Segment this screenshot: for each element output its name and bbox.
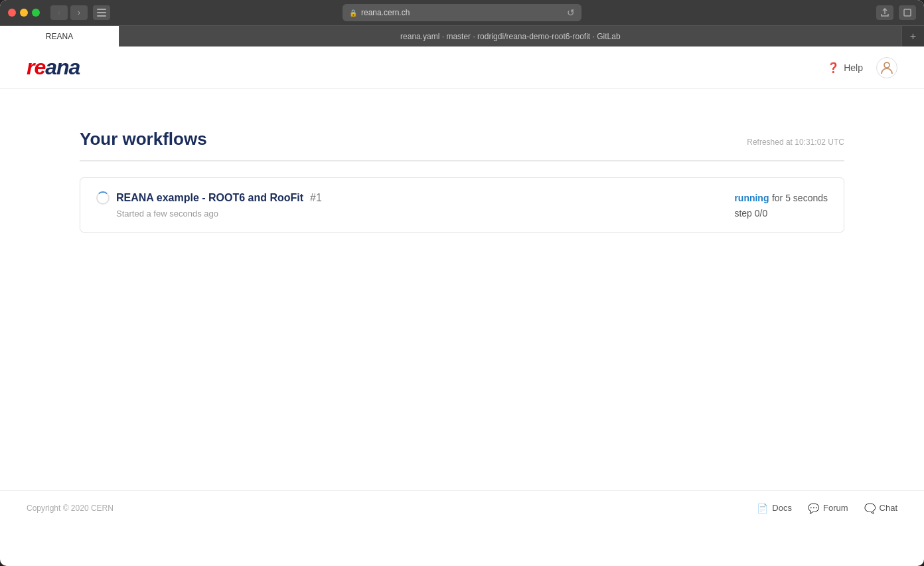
logo[interactable]: reana xyxy=(27,55,80,80)
address-bar-container: 🔒 reana.cern.ch ↺ xyxy=(343,4,581,21)
workflow-title-row: REANA example - ROOT6 and RooFit #1 xyxy=(96,191,322,205)
workflow-card[interactable]: REANA example - ROOT6 and RooFit #1 Star… xyxy=(80,177,844,233)
docs-icon: 📄 xyxy=(757,503,768,514)
footer-copyright: Copyright © 2020 CERN xyxy=(27,504,114,513)
help-link[interactable]: ❓ Help xyxy=(827,62,863,74)
new-tab-button[interactable]: + xyxy=(902,26,924,47)
workflow-right: running for 5 seconds step 0/0 xyxy=(734,192,828,219)
share-button[interactable] xyxy=(876,5,893,20)
status-running-label: running xyxy=(734,193,769,203)
svg-rect-0 xyxy=(97,9,106,10)
sidebar-toggle-button[interactable] xyxy=(93,5,110,20)
refresh-icon[interactable]: ↺ xyxy=(567,7,575,18)
header-actions: ❓ Help xyxy=(827,57,897,78)
workflow-status-row: running for 5 seconds xyxy=(734,192,828,204)
help-icon: ❓ xyxy=(827,62,840,74)
workflow-started: Started a few seconds ago xyxy=(116,209,322,219)
workflow-step: step 0/0 xyxy=(734,208,767,219)
running-spinner-icon xyxy=(96,191,110,205)
svg-rect-2 xyxy=(97,15,106,17)
browser-actions xyxy=(876,5,916,20)
logo-re: re xyxy=(27,55,45,80)
page-title: Your workflows xyxy=(80,129,207,149)
page-header: Your workflows Refreshed at 10:31:02 UTC xyxy=(80,129,844,161)
docs-link[interactable]: 📄 Docs xyxy=(757,503,792,514)
forward-button[interactable]: › xyxy=(70,5,88,20)
app-container: reana ❓ Help Your workflows Refreshe xyxy=(0,47,924,525)
forum-link[interactable]: 💬 Forum xyxy=(808,503,848,514)
workflow-number: #1 xyxy=(310,192,322,204)
minimize-button[interactable] xyxy=(20,9,28,17)
traffic-lights xyxy=(8,9,40,17)
refresh-timestamp: Refreshed at 10:31:02 UTC xyxy=(747,138,844,147)
close-button[interactable] xyxy=(8,9,16,17)
workflow-left: REANA example - ROOT6 and RooFit #1 Star… xyxy=(96,191,322,219)
forum-icon: 💬 xyxy=(808,503,819,514)
app-header: reana ❓ Help xyxy=(0,47,924,89)
svg-rect-3 xyxy=(904,9,911,16)
svg-point-4 xyxy=(884,62,889,68)
help-label: Help xyxy=(844,62,863,73)
workflow-duration: for 5 seconds xyxy=(772,193,828,203)
back-button[interactable]: ‹ xyxy=(50,5,68,20)
forum-label: Forum xyxy=(823,503,848,513)
nav-buttons: ‹ › xyxy=(50,5,88,20)
tab-reana-label: REANA xyxy=(46,32,73,41)
browser-window: ‹ › 🔒 reana.cern.ch ↺ xyxy=(0,0,924,566)
footer-links: 📄 Docs 💬 Forum 🗨️ Chat xyxy=(757,503,897,514)
maximize-button[interactable] xyxy=(32,9,40,17)
workflow-name: REANA example - ROOT6 and RooFit xyxy=(116,192,303,204)
main-content: Your workflows Refreshed at 10:31:02 UTC… xyxy=(0,89,924,490)
tab-gitlab-label: reana.yaml · master · rodrigdi/reana-dem… xyxy=(400,32,620,41)
logo-ana: ana xyxy=(45,55,80,80)
browser-titlebar: ‹ › 🔒 reana.cern.ch ↺ xyxy=(0,0,924,25)
url-text: reana.cern.ch xyxy=(361,8,410,17)
chat-label: Chat xyxy=(880,503,897,513)
app-footer: Copyright © 2020 CERN 📄 Docs 💬 Forum 🗨️ … xyxy=(0,490,924,525)
svg-rect-1 xyxy=(97,12,106,13)
tab-bar: REANA reana.yaml · master · rodrigdi/rea… xyxy=(0,25,924,47)
user-avatar[interactable] xyxy=(876,57,897,78)
docs-label: Docs xyxy=(772,503,792,513)
tab-gitlab[interactable]: reana.yaml · master · rodrigdi/reana-dem… xyxy=(119,26,902,47)
fullscreen-button[interactable] xyxy=(899,5,916,20)
tab-reana[interactable]: REANA xyxy=(0,26,119,47)
chat-icon: 🗨️ xyxy=(864,503,876,514)
address-bar[interactable]: 🔒 reana.cern.ch ↺ xyxy=(343,4,581,21)
chat-link[interactable]: 🗨️ Chat xyxy=(864,503,897,514)
lock-icon: 🔒 xyxy=(349,9,357,17)
